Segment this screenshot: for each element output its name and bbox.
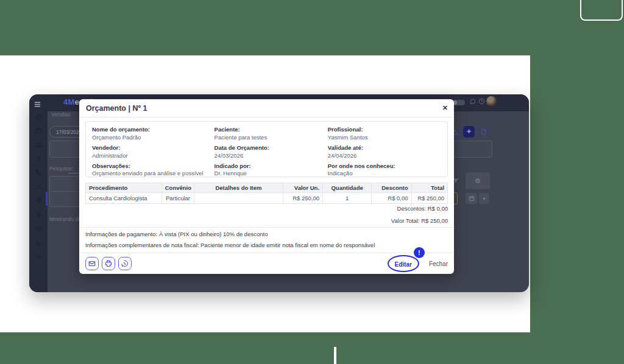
text-caret-marker xyxy=(334,347,336,364)
annotation-badge: ! xyxy=(414,247,425,258)
clock-icon[interactable] xyxy=(478,98,485,105)
cell-unit-value: R$ 250,00 xyxy=(283,193,322,204)
cell-total: R$ 250,00 xyxy=(411,193,447,204)
chat-icon[interactable] xyxy=(469,98,476,105)
calendar-button[interactable] xyxy=(466,193,477,204)
divider xyxy=(79,227,454,228)
quote-info-panel: Nome do orçamento: Orçamento Padrão Paci… xyxy=(85,121,448,177)
edit-button[interactable]: ! Editar xyxy=(388,255,419,272)
email-icon xyxy=(88,260,96,267)
table-row: Consulta Cardiologista Particular R$ 250… xyxy=(86,193,448,204)
sidebar-item-home[interactable] xyxy=(29,113,48,120)
field-valid-until: Validade até: 24/04/2026 xyxy=(328,144,441,159)
col-item-details: Detalhes do Item xyxy=(194,183,283,193)
page-title: Vendas xyxy=(51,111,71,117)
sidebar-item-tags[interactable] xyxy=(29,196,48,203)
whatsapp-button[interactable] xyxy=(118,257,132,270)
payment-info: Informações de pagamento: À vista (PIX o… xyxy=(85,231,268,237)
printer-icon xyxy=(105,260,112,267)
print-button[interactable] xyxy=(102,257,115,270)
col-quantity: Quantidade xyxy=(323,183,372,193)
search-label: Pesquisar: xyxy=(49,166,74,172)
field-quote-name: Nome do orçamento: Orçamento Padrão xyxy=(92,126,214,141)
modal-title: Orçamento | Nº 1 xyxy=(86,104,147,113)
theme-toggle[interactable] xyxy=(452,100,465,105)
sidebar-item-phone[interactable] xyxy=(29,169,48,176)
sidebar-item-patients[interactable] xyxy=(29,155,48,162)
sidebar-item-vehicle[interactable] xyxy=(29,141,48,148)
close-button[interactable]: Fechar xyxy=(429,261,448,267)
user-avatar[interactable] xyxy=(486,96,497,107)
modal-footer: ! Editar Fechar xyxy=(79,253,454,274)
sidebar-item-settings[interactable] xyxy=(29,253,48,261)
cell-quantity: 1 xyxy=(323,193,372,204)
sidebar-item-reports[interactable] xyxy=(29,239,48,247)
field-professional: Profissional: Yasmim Santos xyxy=(328,126,441,141)
cell-item-details xyxy=(194,193,283,204)
field-quote-date: Data de Orçamento: 24/03/2026 xyxy=(214,144,328,159)
grand-total: Valor Total: R$ 250,00 xyxy=(391,217,448,224)
col-unit-value: Valor Un. xyxy=(283,183,322,193)
dropdown-button[interactable]: ▾ xyxy=(479,193,489,204)
document-button[interactable] xyxy=(478,126,489,138)
sidebar-item-billing[interactable] xyxy=(29,211,48,219)
pagination-text: Mostrando de xyxy=(49,216,81,222)
send-email-button[interactable] xyxy=(85,257,99,270)
whatsapp-icon xyxy=(121,260,129,267)
cell-insurance: Particular xyxy=(161,193,194,204)
sidebar-item-calendar[interactable] xyxy=(29,127,48,134)
settings-gears-button[interactable]: ⚙ xyxy=(466,172,490,189)
field-how-found-us: Por onde nos conheceu: Indicação xyxy=(328,163,441,178)
sidebar-active-indicator xyxy=(46,192,48,206)
sidebar-item-inventory[interactable] xyxy=(29,225,48,233)
field-referred-by: Indicado por: Dr. Henrique xyxy=(214,163,328,178)
edit-button-label: Editar xyxy=(395,261,412,268)
cell-discount: R$ 0,00 xyxy=(372,193,411,204)
col-insurance: Convênio xyxy=(161,183,194,193)
items-table: Procedimento Convênio Detalhes do Item V… xyxy=(85,183,448,204)
field-seller: Vendedor: Administrador xyxy=(92,144,214,159)
cell-procedure: Consulta Cardiologista xyxy=(86,193,162,204)
sidebar-item-integrations[interactable] xyxy=(29,183,48,190)
col-procedure: Procedimento xyxy=(86,183,162,193)
col-discount: Desconto xyxy=(372,183,411,193)
quote-modal: Orçamento | Nº 1 ✕ Nome do orçamento: Or… xyxy=(79,99,454,274)
close-icon[interactable]: ✕ xyxy=(442,104,448,112)
add-button[interactable]: + xyxy=(463,126,475,138)
discounts-total: Descontos: R$ 0,00 xyxy=(397,205,448,212)
highlight-box xyxy=(580,0,623,21)
invoice-info: Informações complementares de nota fisca… xyxy=(85,242,375,248)
field-patient: Paciente: Paciente para testes xyxy=(214,126,328,141)
field-observations: Observações: Orçamento enviado para anál… xyxy=(92,163,214,178)
menu-icon[interactable] xyxy=(34,99,41,110)
col-total: Total xyxy=(411,183,447,193)
table-header-row: Procedimento Convênio Detalhes do Item V… xyxy=(86,183,448,193)
